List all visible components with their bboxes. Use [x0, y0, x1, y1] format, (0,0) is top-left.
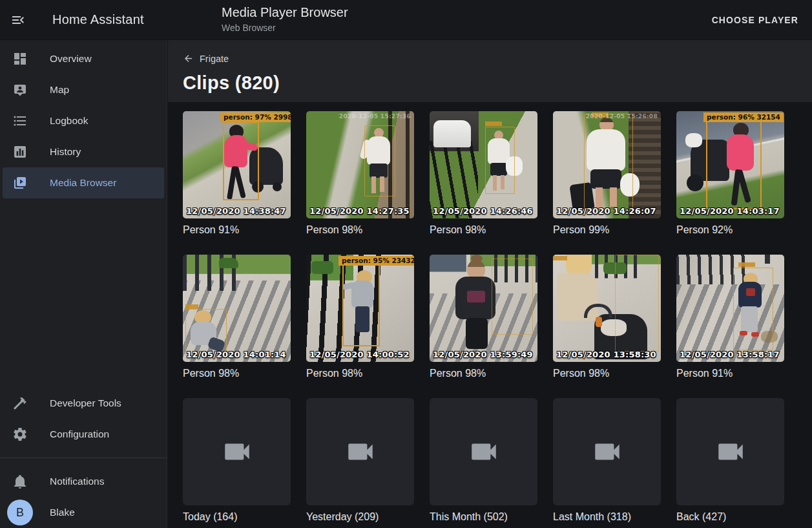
clip-label: Person 91% [183, 224, 291, 236]
detection-box [584, 114, 633, 211]
video-camera-icon [344, 436, 377, 468]
camera-timestamp-overlay: 2020-12-05 15:26:08 [586, 113, 658, 120]
detection-banner [485, 121, 502, 126]
detection-banner: person: 95% 23432 [338, 256, 414, 266]
timestamp-overlay: 12/05/2020 14:26:07 [556, 206, 656, 216]
menu-open-icon[interactable] [10, 12, 26, 28]
gear-icon [12, 427, 28, 442]
folder-tile[interactable] [553, 398, 661, 505]
toy-figure [311, 261, 333, 274]
sidebar-item-label: Overview [50, 53, 92, 65]
section-title: Clips (820) [183, 72, 812, 94]
person-figure [765, 255, 770, 264]
bar-chart-box-icon [12, 144, 28, 160]
detection-box [492, 259, 533, 335]
folder-label: This Month (502) [430, 511, 537, 523]
user-name: Blake [50, 507, 75, 518]
clip-thumbnail[interactable]: 2020-12-05 15:26:08 12/05/2020 14:26:07 [553, 111, 661, 218]
timestamp-overlay: 12/05/2020 14:26:46 [433, 206, 533, 216]
clip-thumbnail[interactable]: person: 95% 23432 12/05/2020 14:00:52 [306, 255, 414, 362]
detection-box [223, 121, 259, 200]
clip-label: Person 92% [676, 224, 784, 236]
breadcrumb-label: Frigate [200, 54, 229, 64]
detection-box [364, 125, 395, 196]
folder-tile[interactable] [183, 398, 291, 505]
detection-banner [738, 262, 755, 267]
choose-player-button[interactable]: CHOOSE PLAYER [712, 15, 798, 25]
detection-box [733, 268, 773, 350]
clip-thumbnail[interactable]: person: 96% 32154 12/05/2020 14:03:17 [676, 111, 784, 218]
app-title: Home Assistant [52, 12, 144, 27]
clip-thumbnail[interactable]: 12/05/2020 14:26:46 [430, 111, 537, 218]
sidebar-spacer [0, 198, 167, 388]
clip-label: Person 98% [183, 368, 291, 379]
sidebar-item-configuration[interactable]: Configuration [3, 419, 164, 450]
clip-label: Person 98% [430, 368, 537, 379]
clip-card: person: 97% 29988 12/05/2020 14:38:47 Pe… [183, 111, 291, 236]
sidebar-item-label: History [50, 146, 81, 158]
clip-label: Person 98% [306, 224, 414, 236]
folder-card: Back (427) [676, 398, 784, 523]
avatar: B [7, 500, 33, 525]
media-browser-header: Frigate Clips (820) [168, 39, 812, 102]
folder-card: Today (164) [183, 398, 291, 523]
clip-thumbnail[interactable]: 12/05/2020 14:01:14 [183, 255, 291, 362]
timestamp-overlay: 12/05/2020 14:03:17 [680, 206, 780, 216]
camera-timestamp-overlay: 2020-12-05 15:27:36 [339, 113, 411, 120]
clip-thumbnail[interactable]: 12/05/2020 13:58:30 [553, 255, 661, 362]
hammer-icon [12, 396, 28, 411]
sidebar-item-logbook[interactable]: Logbook [3, 105, 164, 136]
detection-banner: person: 96% 32154 [703, 112, 784, 122]
clip-card: 2020-12-05 15:27:36 12/05/2020 14:27:35 … [306, 111, 414, 236]
timestamp-overlay: 12/05/2020 14:00:52 [309, 350, 410, 359]
video-camera-icon [221, 436, 253, 468]
breadcrumb[interactable]: Frigate [183, 53, 229, 64]
person-figure [466, 318, 488, 349]
sidebar-item-label: Configuration [50, 428, 109, 440]
sidebar-item-map[interactable]: Map [3, 74, 164, 105]
sidebar-item-notifications[interactable]: Notifications [3, 466, 164, 497]
folder-card: Last Month (318) [553, 398, 661, 523]
clip-label: Person 98% [553, 368, 661, 379]
folder-label: Last Month (318) [553, 511, 661, 523]
clip-thumbnail[interactable]: 12/05/2020 13:58:17 [676, 255, 784, 362]
detection-box [185, 309, 227, 355]
sidebar: Overview Map Logbook History [0, 39, 167, 528]
sidebar-item-history[interactable]: History [3, 136, 164, 167]
detection-box [485, 127, 515, 194]
clips-grid: person: 97% 29988 12/05/2020 14:38:47 Pe… [183, 111, 812, 523]
sidebar-item-overview[interactable]: Overview [3, 43, 164, 74]
clip-label: Person 99% [553, 224, 661, 236]
timestamp-overlay: 12/05/2020 13:59:49 [433, 350, 533, 359]
video-camera-icon [468, 436, 500, 468]
view-dashboard-icon [12, 51, 28, 67]
sidebar-item-label: Notifications [50, 476, 104, 487]
clip-label: Person 98% [430, 224, 537, 236]
clip-label: Person 91% [676, 368, 784, 379]
folder-tile[interactable] [430, 398, 537, 505]
timestamp-overlay: 12/05/2020 14:38:47 [186, 206, 286, 216]
sidebar-item-label: Media Browser [50, 177, 116, 189]
play-box-multiple-icon [12, 175, 28, 191]
folder-label: Yesterday (209) [306, 511, 414, 523]
sidebar-item-profile[interactable]: B Blake [3, 497, 164, 528]
folder-label: Today (164) [183, 511, 291, 523]
page-subtitle: Web Browser [222, 23, 348, 33]
sidebar-item-developer-tools[interactable]: Developer Tools [3, 388, 164, 419]
folder-label: Back (427) [676, 511, 784, 523]
sidebar-item-label: Logbook [50, 115, 88, 127]
account-location-icon [12, 82, 28, 98]
timestamp-overlay: 12/05/2020 13:58:30 [556, 350, 656, 359]
clip-card: 12/05/2020 14:01:14 Person 98% [183, 255, 291, 379]
clip-thumbnail[interactable]: 12/05/2020 13:59:49 [430, 255, 537, 362]
sidebar-item-media-browser[interactable]: Media Browser [3, 167, 164, 198]
video-camera-icon [714, 436, 747, 468]
clip-thumbnail[interactable]: person: 97% 29988 12/05/2020 14:38:47 [183, 111, 291, 218]
timestamp-overlay: 12/05/2020 14:01:14 [186, 350, 286, 359]
folder-tile[interactable] [306, 398, 414, 505]
sidebar-item-label: Map [50, 84, 69, 96]
clip-thumbnail[interactable]: 2020-12-05 15:27:36 12/05/2020 14:27:35 [306, 111, 414, 218]
folder-tile[interactable] [676, 398, 784, 505]
list-bulleted-icon [12, 113, 28, 129]
media-browser-content: person: 97% 29988 12/05/2020 14:38:47 Pe… [168, 102, 812, 528]
